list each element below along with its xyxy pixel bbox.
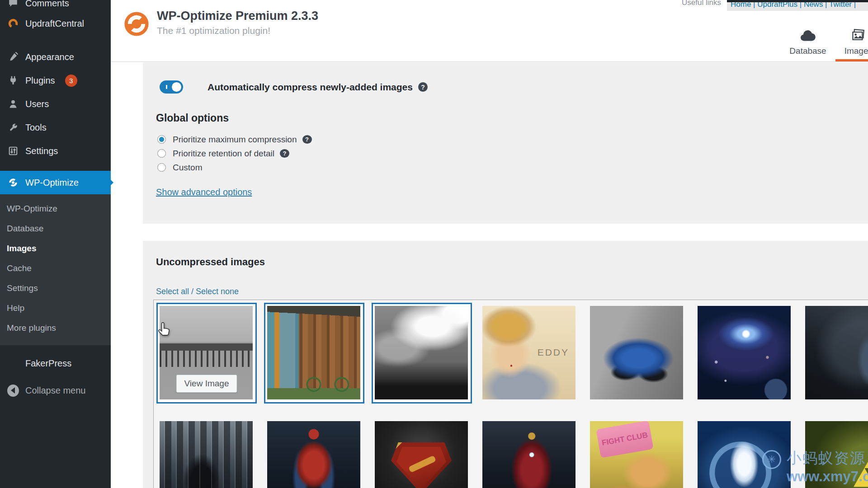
tab-label: Images — [844, 46, 868, 56]
show-advanced-options-link[interactable]: Show advanced options — [156, 187, 252, 197]
image-thumbnail-iron-man[interactable] — [479, 418, 580, 488]
image-thumbnail-bw-pier[interactable]: View Image — [156, 303, 257, 404]
appearance-icon — [7, 51, 19, 63]
tools-icon — [7, 122, 19, 133]
sidebar-item-plugins[interactable]: Plugins 3 — [0, 69, 111, 92]
thumbnail-image — [590, 306, 683, 399]
sidebar-item-fakerpress[interactable]: FakerPress — [0, 352, 111, 375]
settings-icon — [7, 145, 19, 157]
image-thumbnail-bw-clouds[interactable] — [372, 303, 472, 404]
image-thumbnail-captain-america[interactable] — [802, 303, 868, 404]
radio-row-retention-detail: Prioritize retention of detail ? — [157, 146, 312, 160]
selection-links: Select all / Select none — [156, 287, 239, 296]
sidebar-item-label: Comments — [25, 0, 69, 9]
submenu-item-help[interactable]: Help — [0, 298, 111, 318]
sidebar-item-users[interactable]: Users — [0, 92, 111, 116]
thumbnail-image — [698, 421, 791, 488]
sidebar-item-settings[interactable]: Settings — [0, 139, 111, 163]
page-title: WP-Optimize Premium 2.3.3 — [157, 9, 318, 23]
image-grid: View Image EDDY — [153, 300, 868, 488]
link-separator: / — [189, 287, 196, 296]
sidebar-item-label: FakerPress — [25, 358, 71, 369]
sidebar-item-label: Tools — [25, 122, 47, 133]
view-image-button[interactable]: View Image — [176, 375, 237, 393]
submenu-item-images[interactable]: Images — [0, 239, 111, 258]
image-thumbnail-galaxy[interactable] — [694, 303, 795, 404]
help-icon[interactable]: ? — [280, 149, 289, 158]
sidebar-item-label: Users — [25, 99, 49, 109]
collapse-menu-button[interactable]: Collapse menu — [0, 379, 111, 402]
submenu-item-settings[interactable]: Settings — [0, 278, 111, 298]
triforce-shape — [854, 449, 868, 487]
wp-optimize-logo — [123, 11, 150, 39]
thumbnail-image — [267, 306, 360, 399]
thumbnail-image — [698, 306, 791, 399]
wp-optimize-submenu: WP-Optimize Database Images Cache Settin… — [0, 194, 111, 345]
submenu-label: WP-Optimize — [7, 204, 57, 214]
radio-max-compression[interactable] — [157, 135, 166, 144]
submenu-label: Images — [7, 244, 36, 253]
radio-label: Prioritize maximum compression — [173, 135, 297, 145]
radio-retention-detail[interactable] — [157, 149, 166, 158]
sidebar-item-tools[interactable]: Tools — [0, 116, 111, 139]
thumbnail-image — [375, 421, 468, 488]
radio-row-max-compression: Prioritize maximum compression ? — [157, 132, 312, 146]
sidebar-item-label: Settings — [25, 146, 58, 156]
sidebar-item-wp-optimize[interactable]: WP-Optimize — [0, 171, 111, 194]
uncompressed-images-title: Uncompressed images — [156, 256, 265, 268]
help-icon[interactable]: ? — [418, 82, 428, 92]
tab-images[interactable]: Images — [835, 29, 868, 61]
sidebar-item-appearance[interactable]: Appearance — [0, 45, 111, 69]
plugins-icon — [7, 75, 19, 86]
help-icon[interactable]: ? — [302, 135, 312, 144]
tab-database[interactable]: Database — [780, 29, 835, 61]
plugins-update-badge: 3 — [65, 75, 77, 87]
image-thumbnail-race-car[interactable] — [587, 303, 687, 404]
compression-radio-group: Prioritize maximum compression ? Priorit… — [157, 132, 312, 174]
image-thumbnail-unicorn[interactable] — [694, 418, 795, 488]
image-thumbnail-triforce[interactable] — [802, 418, 868, 488]
radio-row-custom: Custom — [157, 160, 312, 174]
sidebar-separator — [0, 35, 111, 45]
soap-bar: FIGHT CLUB — [596, 421, 653, 458]
submenu-item-database[interactable]: Database — [0, 219, 111, 239]
wp-optimize-icon — [7, 177, 19, 188]
image-thumbnail-fight-club[interactable]: FIGHT CLUB — [587, 418, 687, 488]
eddy-overlay-text: EDDY — [538, 347, 569, 358]
admin-sidebar: Comments UpdraftCentral Appearance Plugi… — [0, 0, 111, 488]
submenu-label: More plugins — [7, 323, 56, 333]
thumbnail-image: EDDY — [482, 306, 576, 399]
plugin-header: WP-Optimize Premium 2.3.3 The #1 optimiz… — [111, 0, 868, 62]
image-thumbnail-eddy-portrait[interactable]: EDDY — [479, 303, 580, 404]
collapse-arrow-icon — [7, 385, 19, 396]
superman-shield — [391, 442, 452, 488]
radio-custom[interactable] — [157, 163, 166, 172]
database-cloud-icon — [800, 30, 816, 43]
radio-label: Prioritize retention of detail — [173, 149, 274, 159]
image-thumbnail-superman-logo[interactable] — [372, 418, 472, 488]
auto-compress-label: Automatically compress newly-added image… — [208, 82, 413, 93]
submenu-item-more-plugins[interactable]: More plugins — [0, 318, 111, 338]
submenu-item-wp-optimize[interactable]: WP-Optimize — [0, 199, 111, 219]
fakerpress-icon — [7, 357, 19, 369]
updraftcentral-icon — [7, 18, 19, 29]
useful-links-items[interactable]: Home | UpdraftPlus | News | Twitter | — [727, 0, 868, 9]
image-thumbnail-spiderman[interactable] — [264, 418, 364, 488]
select-all-link[interactable]: Select all — [156, 287, 189, 296]
image-grid-row-2: FIGHT CLUB — [156, 418, 868, 488]
sidebar-item-label: UpdraftCentral — [25, 19, 84, 29]
toggle-on-mark — [166, 85, 167, 89]
page-tagline: The #1 optimization plugin! — [157, 25, 270, 36]
select-none-link[interactable]: Select none — [196, 287, 239, 296]
auto-compress-toggle[interactable] — [160, 80, 183, 94]
image-thumbnail-wooden-shack[interactable] — [264, 303, 364, 404]
submenu-item-cache[interactable]: Cache — [0, 258, 111, 278]
submenu-label: Settings — [7, 283, 38, 293]
thumbnail-image — [267, 421, 360, 488]
image-thumbnail-snowy-city[interactable] — [156, 418, 257, 488]
compression-settings-panel: Automatically compress newly-added image… — [143, 62, 868, 224]
submenu-label: Help — [7, 303, 24, 313]
comments-icon — [7, 0, 19, 9]
sidebar-item-updraftcentral[interactable]: UpdraftCentral — [0, 12, 111, 35]
sidebar-item-comments[interactable]: Comments — [0, 0, 111, 12]
